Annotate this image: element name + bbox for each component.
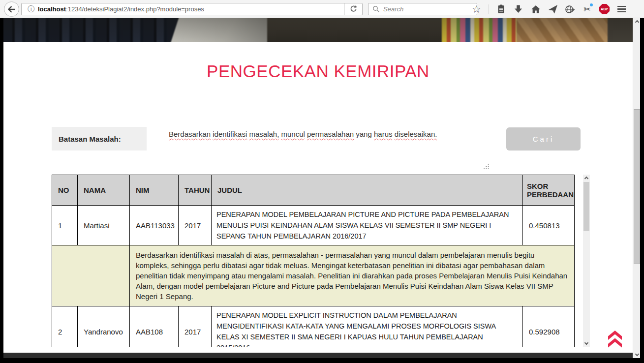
header-nim: NIM (130, 175, 179, 206)
cell-nama: Yandranovo (78, 306, 130, 347)
reading-list-button[interactable] (496, 4, 506, 14)
url-domain: localhost (38, 5, 66, 13)
download-icon (514, 4, 523, 14)
chevron-down-icon (635, 352, 639, 356)
page-scroll-up-button[interactable] (633, 18, 641, 26)
home-button[interactable] (530, 4, 541, 14)
table-scroll-down-button[interactable] (583, 340, 590, 347)
bookmark-star-button[interactable]: ☆ (471, 4, 482, 14)
query-word: masalah, (249, 130, 279, 138)
header-judul: JUDUL (212, 175, 523, 206)
chevron-down-icon (584, 341, 588, 345)
reload-button[interactable] (344, 3, 362, 15)
clipboard-icon (496, 4, 506, 14)
reload-icon (349, 4, 358, 14)
browser-toolbar: ☆ (471, 0, 627, 18)
downloads-button[interactable] (513, 4, 523, 14)
chevron-up-icon (635, 20, 639, 24)
results-table-container[interactable]: NO NAMA NIM TAHUN JUDUL SKOR PERBEDAAN 1… (52, 175, 590, 347)
cell-skor: 0.592908 (523, 306, 575, 347)
translate-extension-button[interactable] (565, 4, 575, 14)
browser-window: ⓘ localhost:1234/deteksiPlagiat2/index.p… (0, 0, 644, 363)
cell-judul: PENERAPAN MODEL PEMBELAJARAN PICTURE AND… (212, 206, 523, 245)
batasan-empty-cell (52, 245, 130, 306)
batasan-row: Berdasarkan identifikasi masalah di atas… (52, 245, 575, 306)
chevron-up-icon (584, 177, 588, 181)
info-icon[interactable]: ⓘ (28, 5, 34, 14)
page-footer (3, 353, 633, 358)
page-scrollbar[interactable] (633, 18, 640, 358)
cell-skor: 0.450813 (523, 206, 575, 245)
notification-dot (590, 3, 593, 6)
results-table: NO NAMA NIM TAHUN JUDUL SKOR PERBEDAAN 1… (52, 175, 575, 347)
query-textarea[interactable]: Berdasarkan identifikasi masalah, muncul… (166, 125, 491, 172)
page-scroll-down-button[interactable] (633, 350, 641, 358)
cell-no: 1 (52, 206, 78, 245)
header-tahun: TAHUN (179, 175, 212, 206)
table-header-row: NO NAMA NIM TAHUN JUDUL SKOR PERBEDAAN (52, 175, 575, 206)
adblock-plus-button[interactable]: ABP (599, 4, 610, 14)
back-button[interactable] (4, 1, 19, 17)
table-scrollbar[interactable] (583, 175, 590, 347)
cell-nim: AAB108 (130, 306, 179, 347)
back-arrow-icon (7, 5, 17, 13)
table-scroll-up-button[interactable] (583, 175, 590, 182)
batasan-masalah-label: Batasan Masalah: (52, 127, 147, 151)
header-nama: NAMA (78, 175, 130, 206)
globe-pencil-icon (565, 4, 575, 14)
home-icon (531, 5, 541, 14)
cell-judul: PENERAPAN MODEL EXPLICIT INSTRUCTION DAL… (212, 306, 523, 347)
library-banner-photo (3, 18, 633, 42)
table-row: 2 Yandranovo AAB108 2017 PENERAPAN MODEL… (52, 306, 575, 347)
url-bar[interactable]: ⓘ localhost:1234/deteksiPlagiat2/index.p… (21, 3, 363, 15)
table-row: 1 Martiasi AAB113033 2017 PENERAPAN MODE… (52, 206, 575, 245)
page-title: PENGECEKAN KEMIRIPAN (3, 61, 633, 81)
cell-tahun: 2017 (179, 306, 212, 347)
cell-nim: AAB113033 (130, 206, 179, 245)
query-word: permasalahan (307, 130, 354, 138)
header-no: NO (52, 175, 78, 206)
browser-chrome: ⓘ localhost:1234/deteksiPlagiat2/index.p… (0, 0, 644, 18)
cell-no: 2 (52, 306, 78, 347)
query-word: yang (356, 130, 372, 138)
cari-button[interactable]: Cari (506, 127, 581, 151)
search-icon (372, 5, 380, 13)
abp-icon: ABP (599, 4, 610, 14)
back-to-top-button[interactable] (608, 331, 622, 348)
cell-nama: Martiasi (78, 206, 130, 245)
search-input[interactable]: Search (368, 3, 477, 15)
send-button[interactable] (548, 4, 558, 14)
double-chevron-up-icon (608, 331, 622, 348)
batasan-text-cell: Berdasarkan identifikasi masalah di atas… (130, 245, 575, 306)
url-path: :1234/deteksiPlagiat2/index.php?module=p… (66, 5, 204, 13)
query-word: identifikasi (213, 130, 247, 138)
screenshot-extension-button[interactable]: ✂ (582, 4, 592, 14)
toolbar-separator (489, 4, 489, 14)
cell-tahun: 2017 (179, 206, 212, 245)
query-word: diselesaikan. (395, 130, 437, 138)
star-icon: ☆ (472, 4, 481, 14)
header-skor-perbedaan: SKOR PERBEDAAN (523, 175, 575, 206)
query-word: harus (374, 130, 393, 138)
menu-button[interactable] (616, 4, 627, 14)
query-word: muncul (281, 130, 305, 138)
banner-shade (3, 18, 633, 42)
hamburger-icon (617, 6, 626, 13)
url-text: localhost:1234/deteksiPlagiat2/index.php… (38, 5, 204, 13)
page-viewport: PENGECEKAN KEMIRIPAN Batasan Masalah: Be… (3, 18, 633, 358)
search-placeholder: Search (383, 5, 403, 13)
paper-plane-icon (548, 4, 558, 14)
query-word: Berdasarkan (169, 130, 211, 138)
table-scrollbar-thumb[interactable] (583, 182, 589, 231)
page-scrollbar-thumb[interactable] (634, 109, 640, 264)
